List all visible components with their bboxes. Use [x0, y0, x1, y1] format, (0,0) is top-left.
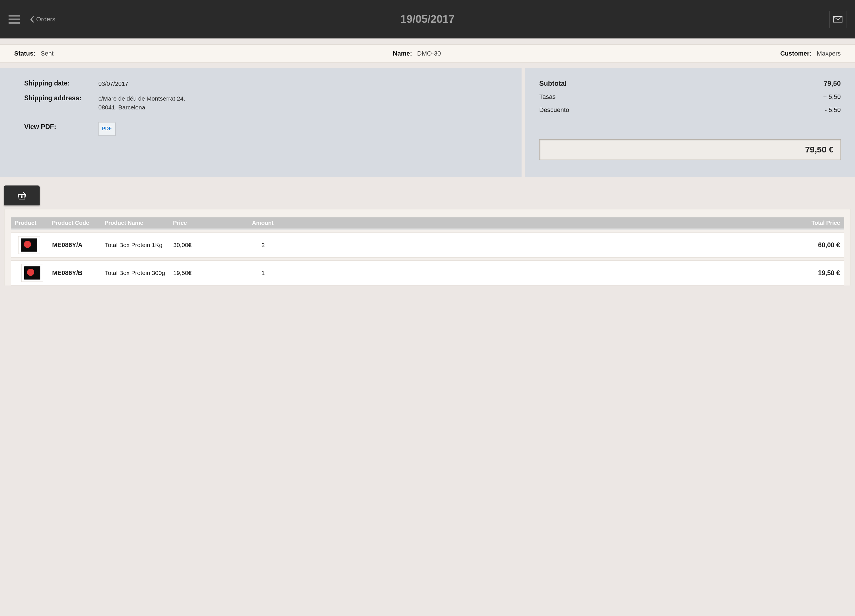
th-total: Total Price: [293, 220, 840, 226]
th-code: Product Code: [52, 220, 104, 226]
pdf-button[interactable]: PDF: [98, 122, 115, 136]
chevron-left-icon: [30, 16, 34, 23]
line-items-table: Product Product Code Product Name Price …: [4, 209, 851, 285]
app-header: Orders 19/05/2017: [0, 0, 855, 38]
page-title: 19/05/2017: [0, 13, 855, 25]
mail-icon: [834, 16, 843, 23]
hamburger-icon[interactable]: [9, 15, 20, 24]
totals-panel: Subtotal 79,50 Tasas + 5,50 Descuento - …: [525, 68, 855, 177]
name-label: Name:: [393, 50, 412, 57]
cell-amount: 1: [233, 270, 293, 276]
basket-icon: [17, 191, 27, 200]
mail-button[interactable]: [829, 11, 846, 28]
th-product: Product: [15, 220, 52, 226]
order-info-strip: Status: Sent Name: DMO-30 Customer: Maxp…: [0, 44, 855, 63]
status-value: Sent: [41, 50, 54, 57]
status-label: Status:: [14, 50, 35, 57]
shipping-date-label: Shipping date:: [24, 80, 98, 88]
product-thumb: [18, 236, 40, 254]
cell-amount: 2: [233, 242, 293, 248]
table-row[interactable]: ME086Y/B Total Box Protein 300g 19,50€ 1…: [11, 260, 844, 285]
view-pdf-label: View PDF:: [24, 123, 98, 136]
cell-code: ME086Y/A: [52, 241, 105, 249]
cell-total: 60,00 €: [293, 241, 840, 249]
subtotal-label: Subtotal: [539, 80, 567, 87]
th-name: Product Name: [104, 220, 173, 226]
discount-label: Descuento: [539, 106, 569, 114]
discount-value: - 5,50: [825, 106, 841, 114]
name-value: DMO-30: [417, 50, 441, 57]
grand-total: 79,50 €: [539, 139, 841, 160]
cell-total: 19,50 €: [293, 269, 840, 277]
shipping-address-value: c/Mare de déu de Montserrat 24, 08041, B…: [98, 94, 185, 112]
tax-value: + 5,50: [823, 93, 841, 101]
shipping-panel: Shipping date: 03/07/2017 Shipping addre…: [0, 68, 521, 177]
customer-value: Maxpers: [817, 50, 841, 57]
table-header: Product Product Code Product Name Price …: [11, 218, 844, 230]
th-price: Price: [173, 220, 233, 226]
table-row[interactable]: ME086Y/A Total Box Protein 1Kg 30,00€ 2 …: [11, 233, 844, 257]
shipping-date-value: 03/07/2017: [98, 80, 128, 88]
cell-price: 19,50€: [173, 270, 233, 276]
details-panels: Shipping date: 03/07/2017 Shipping addre…: [0, 68, 855, 177]
shipping-address-label: Shipping address:: [24, 94, 98, 112]
back-button[interactable]: Orders: [30, 16, 55, 23]
product-thumb: [21, 264, 43, 282]
cell-code: ME086Y/B: [52, 269, 105, 277]
cell-name: Total Box Protein 300g: [105, 270, 173, 276]
cell-price: 30,00€: [173, 242, 233, 248]
subtotal-value: 79,50: [824, 80, 841, 87]
back-label: Orders: [36, 16, 55, 23]
cell-name: Total Box Protein 1Kg: [105, 242, 173, 248]
tax-label: Tasas: [539, 93, 555, 101]
customer-label: Customer:: [780, 50, 812, 57]
basket-tab[interactable]: [4, 185, 40, 205]
th-amount: Amount: [233, 220, 293, 226]
